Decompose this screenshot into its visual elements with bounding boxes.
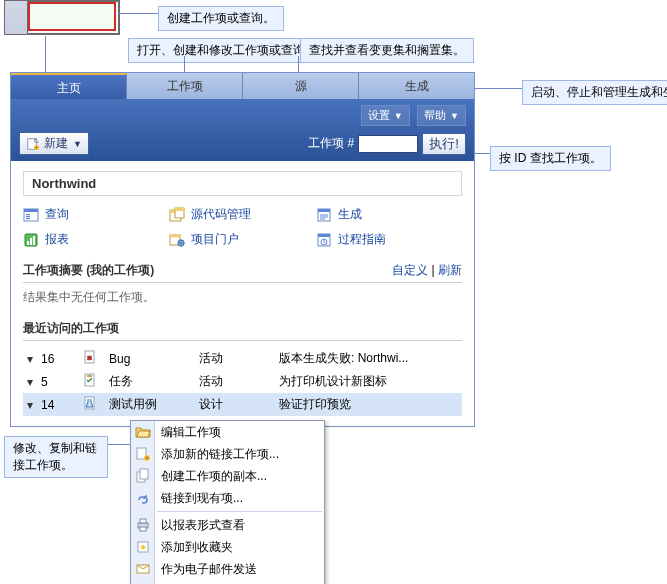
query-icon [23, 207, 39, 223]
link-source-control[interactable]: 源代码管理 [169, 206, 315, 223]
recent-table: ▾ 16 Bug 活动 版本生成失败: Northwi... ▾ 5 任务 活动… [23, 347, 462, 416]
process-guide-icon [316, 232, 332, 248]
chevron-down-icon[interactable]: ▾ [23, 347, 37, 370]
link-build[interactable]: 生成 [316, 206, 462, 223]
link-portal[interactable]: 项目门户 [169, 231, 315, 248]
callout-open-edit: 打开、创建和修改工作项或查询。 [128, 38, 326, 63]
add-link-icon [135, 446, 151, 462]
link-icon [135, 490, 151, 506]
team-explorer-panel: 主页 工作项 源 生成 设置▼ 帮助▼ 新建 ▼ 工作项 # 执行! North… [10, 72, 475, 427]
link-customize[interactable]: 自定义 [392, 263, 428, 277]
header-bar: 设置▼ 帮助▼ 新建 ▼ 工作项 # 执行! [11, 99, 474, 161]
table-row[interactable]: ▾ 16 Bug 活动 版本生成失败: Northwi... [23, 347, 462, 370]
svg-rect-18 [170, 235, 180, 237]
workitem-id-label: 工作项 # [308, 135, 354, 152]
svg-rect-3 [24, 209, 38, 212]
link-query[interactable]: 查询 [23, 206, 169, 223]
build-icon [316, 207, 332, 223]
table-row[interactable]: ▾ 14 测试用例 设计 验证打印预览 [23, 393, 462, 416]
chevron-down-icon[interactable]: ▾ [23, 393, 37, 416]
ctx-add-linked[interactable]: 添加新的链接工作项... [131, 443, 324, 465]
tab-source[interactable]: 源 [243, 73, 359, 99]
ctx-copy-workitem[interactable]: 创建工作项的副本... [131, 465, 324, 487]
summary-title: 工作项摘要 (我的工作项) [23, 262, 154, 279]
svg-rect-4 [26, 214, 30, 215]
table-row[interactable]: ▾ 5 任务 活动 为打印机设计新图标 [23, 370, 462, 393]
portal-icon [169, 232, 185, 248]
callout-find-by-id: 按 ID 查找工作项。 [490, 146, 611, 171]
ctx-state-chart[interactable]: 状态图表 [131, 580, 324, 584]
tab-workitems[interactable]: 工作项 [127, 73, 243, 99]
svg-rect-16 [33, 236, 35, 245]
svg-rect-31 [140, 469, 148, 479]
ctx-send-email[interactable]: 作为电子邮件发送 [131, 558, 324, 580]
overview-thumbnail [4, 0, 120, 35]
ctx-edit-workitem[interactable]: 编辑工作项 [131, 421, 324, 443]
folder-open-icon [135, 424, 151, 440]
svg-rect-10 [175, 208, 184, 211]
reports-icon [23, 232, 39, 248]
printer-icon [135, 517, 151, 533]
project-title: Northwind [23, 171, 462, 196]
content-area: Northwind 查询 源代码管理 生成 报表 项目门户 [11, 161, 474, 426]
email-icon [135, 561, 151, 577]
task-icon [82, 372, 98, 388]
callout-modify-copy: 修改、复制和链接工作项。 [4, 436, 108, 478]
settings-menu[interactable]: 设置▼ [361, 105, 410, 126]
svg-rect-14 [27, 241, 29, 245]
tab-builds[interactable]: 生成 [359, 73, 474, 99]
testcase-icon [82, 395, 98, 411]
callout-find-changes: 查找并查看变更集和搁置集。 [300, 38, 474, 63]
svg-rect-6 [26, 218, 30, 219]
ctx-view-as-report[interactable]: 以报表形式查看 [131, 514, 324, 536]
workitem-id-input[interactable] [358, 135, 418, 153]
ctx-link-existing[interactable]: 链接到现有项... [131, 487, 324, 509]
svg-rect-34 [140, 527, 146, 531]
svg-rect-15 [30, 238, 32, 245]
bug-icon [82, 349, 98, 365]
callout-create-workitem: 创建工作项或查询。 [158, 6, 284, 31]
link-refresh[interactable]: 刷新 [438, 263, 462, 277]
favorite-icon [135, 539, 151, 555]
svg-rect-12 [318, 209, 330, 212]
svg-rect-33 [140, 519, 146, 523]
link-process-guide[interactable]: 过程指南 [316, 231, 462, 248]
ctx-add-favorite[interactable]: 添加到收藏夹 [131, 536, 324, 558]
chevron-down-icon[interactable]: ▾ [23, 370, 37, 393]
svg-rect-26 [87, 375, 92, 377]
svg-rect-21 [318, 234, 330, 237]
copy-icon [135, 468, 151, 484]
context-menu: 编辑工作项 添加新的链接工作项... 创建工作项的副本... 链接到现有项...… [130, 420, 325, 584]
go-button[interactable]: 执行! [422, 133, 466, 155]
svg-rect-5 [26, 216, 30, 217]
separator [157, 511, 322, 512]
tab-home[interactable]: 主页 [11, 73, 127, 99]
link-reports[interactable]: 报表 [23, 231, 169, 248]
new-button[interactable]: 新建 ▼ [19, 132, 89, 155]
tab-bar: 主页 工作项 源 生成 [11, 73, 474, 99]
new-item-icon [26, 137, 40, 151]
summary-empty: 结果集中无任何工作项。 [23, 289, 462, 306]
callout-manage-builds: 启动、停止和管理生成和生成质量。 [522, 80, 667, 105]
help-menu[interactable]: 帮助▼ [417, 105, 466, 126]
source-control-icon [169, 207, 185, 223]
recent-title: 最近访问的工作项 [23, 320, 462, 341]
